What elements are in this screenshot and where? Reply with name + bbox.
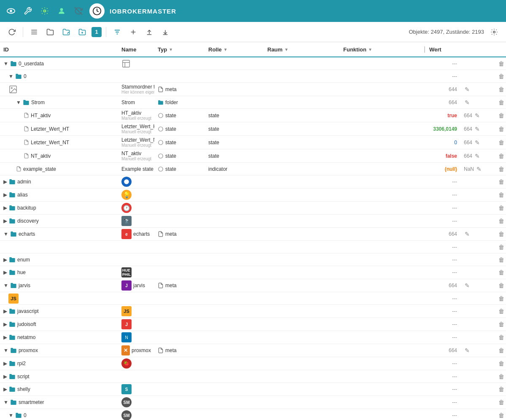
- expand-icon[interactable]: ▼: [3, 231, 8, 237]
- expand-icon[interactable]: ▶: [3, 361, 7, 366]
- delete-button[interactable]: 🗑: [498, 85, 505, 94]
- person-icon[interactable]: [56, 5, 67, 17]
- delete-button[interactable]: 🗑: [498, 217, 505, 225]
- folder-open-button[interactable]: [59, 25, 73, 39]
- expand-icon[interactable]: ▼: [8, 412, 13, 418]
- table-row: ▼ Strom Strom folder 664 ✎ 🗑: [0, 96, 506, 109]
- delete-button[interactable]: 🗑: [498, 411, 505, 420]
- expand-icon[interactable]: ▶: [3, 374, 7, 380]
- col-rolle[interactable]: Rolle ▼: [205, 46, 264, 53]
- expand-icon[interactable]: ▶: [3, 321, 7, 327]
- delete-button[interactable]: 🗑: [498, 165, 505, 173]
- upload-button[interactable]: [143, 25, 156, 39]
- table-row: JS --- 🗑: [0, 292, 506, 305]
- delete-button[interactable]: 🗑: [498, 243, 505, 251]
- folder-button[interactable]: [43, 25, 57, 39]
- settings-gear-button[interactable]: [487, 25, 501, 39]
- expand-icon[interactable]: ▶: [3, 205, 7, 211]
- expand-icon[interactable]: ▶: [3, 192, 7, 198]
- col-funktion[interactable]: Funktion ▼: [340, 46, 424, 53]
- expand-icon[interactable]: ▼: [3, 399, 8, 405]
- new-folder-button[interactable]: [75, 25, 89, 39]
- view-list-button[interactable]: [27, 25, 41, 39]
- delete-button[interactable]: 🗑: [498, 59, 505, 68]
- delete-button[interactable]: 🗑: [498, 204, 505, 212]
- edit-button[interactable]: ✎: [474, 138, 481, 147]
- delete-button[interactable]: 🗑: [498, 230, 505, 238]
- expand-icon[interactable]: ▶: [3, 179, 7, 185]
- row-id: ▼ Strom: [0, 98, 118, 107]
- edit-button[interactable]: ✎: [474, 125, 481, 133]
- row-name: e echarts: [118, 228, 154, 240]
- delete-button[interactable]: 🗑: [498, 372, 505, 381]
- row-id: ▶ netatmo: [0, 333, 118, 342]
- delete-button[interactable]: 🗑: [498, 268, 505, 277]
- edit-button[interactable]: ✎: [476, 165, 482, 173]
- expand-icon[interactable]: ▶: [3, 334, 7, 340]
- expand-icon[interactable]: ▶: [3, 269, 7, 275]
- delete-button[interactable]: 🗑: [498, 385, 505, 393]
- refresh-button[interactable]: [5, 25, 19, 39]
- delete-button[interactable]: 🗑: [498, 152, 505, 160]
- download-button[interactable]: [159, 25, 172, 39]
- delete-button[interactable]: 🗑: [498, 111, 505, 120]
- expand-icon[interactable]: ▼: [3, 347, 8, 353]
- delete-button[interactable]: 🗑: [498, 191, 505, 199]
- expand-icon[interactable]: ▼: [8, 73, 13, 79]
- expand-icon[interactable]: ▶: [3, 218, 7, 224]
- row-name: Stammordner für Benutze… Hier können eig…: [118, 83, 154, 96]
- delete-button[interactable]: 🗑: [498, 320, 505, 328]
- delete-button[interactable]: 🗑: [498, 281, 505, 290]
- expand-icon[interactable]: ▶: [3, 308, 7, 314]
- table-row: example_state Example state state indica…: [0, 163, 506, 175]
- expand-icon[interactable]: ▼: [3, 283, 8, 288]
- delete-button[interactable]: 🗑: [498, 98, 505, 107]
- edit-button[interactable]: ✎: [474, 111, 481, 120]
- edit-button[interactable]: ✎: [464, 346, 471, 355]
- add-button[interactable]: [126, 25, 140, 39]
- table-row: Stammordner für Benutze… Hier können eig…: [0, 83, 506, 96]
- text-filter-button[interactable]: [110, 25, 124, 39]
- table-row: Letzter_Wert_HT Letzter_Wert_HT Manuell …: [0, 122, 506, 136]
- row-id: Letzter_Wert_NT: [0, 138, 118, 147]
- row-id-shelly: ▶ shelly: [0, 385, 118, 394]
- edit-button[interactable]: ✎: [464, 85, 471, 94]
- delete-button[interactable]: 🗑: [498, 307, 505, 315]
- wrench-icon[interactable]: [22, 5, 34, 17]
- delete-button[interactable]: 🗑: [498, 294, 505, 303]
- col-wert: Wert: [424, 46, 460, 53]
- expand-icon[interactable]: ▶: [3, 257, 7, 263]
- edit-button[interactable]: ✎: [464, 281, 471, 290]
- col-raum[interactable]: Raum ▼: [264, 46, 340, 53]
- badge-button[interactable]: 1: [92, 27, 102, 37]
- col-name: Name: [118, 46, 154, 53]
- row-id: ▼ 0: [0, 72, 118, 81]
- delete-button[interactable]: 🗑: [498, 359, 505, 368]
- expand-icon[interactable]: ▶: [3, 386, 7, 392]
- delete-button[interactable]: 🗑: [498, 346, 505, 355]
- delete-button[interactable]: 🗑: [498, 333, 505, 342]
- table-row: ▶ discovery 🔭 --- 🗑: [0, 215, 506, 228]
- edit-button[interactable]: ✎: [464, 98, 471, 107]
- row-name: ✕ proxmox: [118, 344, 154, 357]
- edit-button[interactable]: ✎: [474, 152, 481, 160]
- table-row: ▼ 0_userdata --- 🗑: [0, 57, 506, 70]
- delete-button[interactable]: 🗑: [498, 125, 505, 133]
- delete-button[interactable]: 🗑: [498, 178, 505, 186]
- delete-button[interactable]: 🗑: [498, 256, 505, 264]
- edit-button[interactable]: ✎: [464, 230, 471, 238]
- delete-button[interactable]: 🗑: [498, 138, 505, 147]
- col-typ[interactable]: Typ ▼: [154, 46, 205, 53]
- sync-disabled-icon[interactable]: [73, 5, 84, 17]
- delete-button[interactable]: 🗑: [498, 398, 505, 407]
- expand-icon[interactable]: ▼: [16, 100, 21, 105]
- table-row: ▶ admin --- 🗑: [0, 175, 506, 188]
- app-title: IOBROKERMASTER: [110, 8, 176, 15]
- svg-point-19: [159, 127, 163, 131]
- expand-icon[interactable]: ▼: [3, 61, 8, 67]
- delete-button[interactable]: 🗑: [498, 72, 505, 81]
- eye-icon[interactable]: [5, 5, 17, 17]
- table-row: ▼ smartmeter SM --- 🗑: [0, 396, 506, 409]
- row-id: ▼ jarvis: [0, 281, 118, 290]
- settings-icon[interactable]: [39, 5, 51, 17]
